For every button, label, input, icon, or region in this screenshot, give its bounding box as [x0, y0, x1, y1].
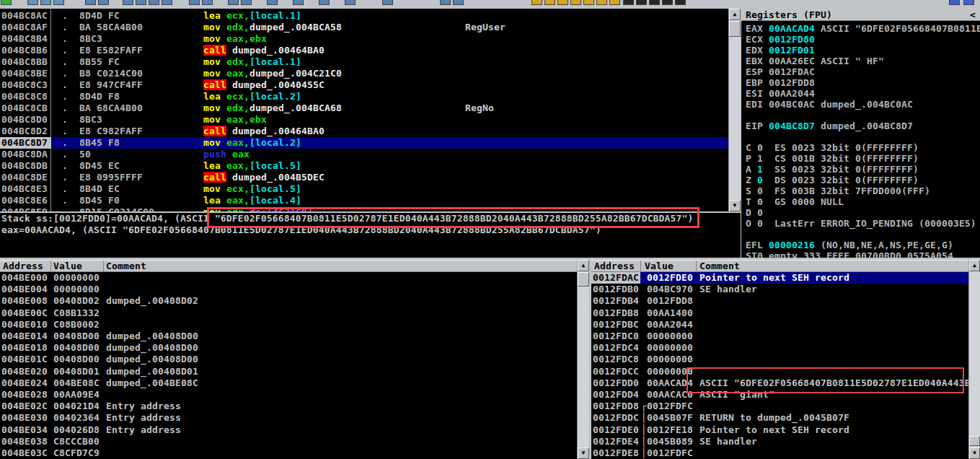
stack-row[interactable]: 0012FDAC0012FDE0Pointer to next SEH reco… — [591, 272, 968, 284]
stack-row[interactable]: 0012FDC800000000 — [591, 354, 968, 365]
toolbar-icon[interactable] — [609, 0, 620, 5]
toolbar-icon[interactable] — [149, 0, 159, 5]
info-line[interactable]: Stack ss:[0012FDD0]=00AACAD4, (ASCII "6D… — [0, 213, 741, 224]
register-line[interactable]: ESP 0012FDAC — [746, 66, 980, 77]
disasm-row[interactable]: 004BC8C8. 8D4D F8lea ecx,[local.2] — [0, 91, 728, 102]
register-line[interactable] — [746, 131, 980, 142]
dump-row[interactable]: 004BE03CC8CFD7C9 — [0, 447, 577, 459]
dump-row[interactable]: 004BE02800AA09E4 — [0, 389, 577, 401]
stack-row[interactable]: 0012FDD000AACAD4ASCII "6DFE02F05668407B0… — [591, 377, 968, 389]
register-line[interactable] — [746, 229, 980, 240]
toolbar-icon[interactable] — [544, 0, 555, 5]
disasm-row[interactable]: 004BC8D7. 8B45 F8mov eax,[local.2] — [0, 137, 728, 149]
disasm-row[interactable]: 004BC8AF. BA 58CA4B00mov edx,dumped_.004… — [0, 22, 728, 33]
toolbar-icon[interactable] — [531, 0, 542, 5]
stack-row[interactable]: 0012FDC000000000 — [591, 331, 968, 342]
toolbar-icon[interactable] — [293, 0, 304, 5]
register-line[interactable]: ST0 empty 333 FFFF 00700BD0 0575A054 — [746, 250, 980, 258]
dump-row[interactable]: 004BE00000000000 — [0, 272, 577, 284]
dump-row[interactable]: 004BE034004026D8Entry address — [0, 424, 577, 436]
toolbar-icon[interactable] — [189, 0, 200, 5]
disasm-row[interactable]: 004BC8DE. E8 0995FFFFcall dumped_.004B5D… — [0, 172, 728, 183]
register-line[interactable]: Z 0 DS 0023 32bit 0(FFFFFFFF) — [746, 175, 980, 185]
collapse-button[interactable]: < — [970, 9, 976, 21]
toolbar-icon[interactable] — [53, 0, 64, 5]
dump-row[interactable]: 004BE01800408D00dumped_.00408D00 — [0, 342, 577, 354]
disasm-row[interactable]: 004BC8BE. B8 C0214C00mov eax,dumped_.004… — [0, 68, 728, 79]
stack-row[interactable]: 0012FDB0004BC970SE handler — [591, 284, 968, 295]
register-line[interactable]: EAX 00AACAD4 ASCII "6DFE02F05668407B0811… — [746, 23, 980, 34]
stack-row[interactable]: 0012FDD8┌0012FDFC — [591, 401, 968, 412]
stack-scrollbar[interactable]: ▲ ▼ — [968, 260, 980, 459]
disasm-row[interactable]: 004BC8C3. E8 947CF4FFcall dumped_.004045… — [0, 79, 728, 91]
toolbar-icon[interactable] — [40, 0, 51, 5]
scroll-up-button[interactable]: ▲ — [969, 260, 980, 271]
disasm-row[interactable]: 004BC8B6. E8 E582FAFFcall dumped_.00464B… — [0, 45, 728, 56]
dump-row[interactable]: 004BE00800408D02dumped_.00408D02 — [0, 295, 577, 307]
toolbar-icon[interactable] — [662, 0, 673, 5]
dump-row[interactable]: 004BE01400408D00dumped_.00408D00 — [0, 331, 577, 342]
scroll-down-button[interactable]: ▼ — [969, 447, 980, 459]
scroll-thumb[interactable] — [729, 21, 741, 37]
register-line[interactable]: EIP 004BC8D7 dumped_.004BC8D7 — [746, 121, 980, 131]
toolbar-icon[interactable] — [202, 0, 213, 5]
disasm-row[interactable]: 004BC8AC. 8D4D FClea ecx,[local.1] — [0, 10, 728, 22]
toolbar-icon[interactable] — [557, 0, 568, 5]
column-separator[interactable] — [103, 261, 104, 271]
stack-row[interactable]: 0012FDD400AACAC0ASCII "giant" — [591, 389, 968, 401]
register-line[interactable]: P 1 CS 001B 32bit 0(FFFFFFFF) — [746, 153, 980, 164]
disasm-scrollbar[interactable]: ▲ ▼ — [728, 9, 741, 211]
stack-row[interactable]: 0012FDB40012FDD8 — [591, 295, 968, 307]
stack-row[interactable]: 0012FDCC00000000 — [591, 366, 968, 377]
register-line[interactable]: O 0 LastErr ERROR_IO_PENDING (000003E5) — [746, 218, 980, 229]
scroll-up-button[interactable]: ▲ — [578, 260, 589, 271]
dump-row[interactable]: 004BE02C004021D4Entry address — [0, 401, 577, 412]
toolbar-icon[interactable] — [27, 0, 38, 5]
toolbar-icon[interactable] — [1, 0, 12, 5]
column-separator[interactable] — [640, 261, 641, 271]
disasm-row[interactable]: 004BC8D0. 8BC3mov eax,ebx — [0, 114, 728, 126]
toolbar-icon[interactable] — [675, 0, 686, 5]
dump-row[interactable]: 004BE010C08B0002 — [0, 319, 577, 331]
toolbar-icon[interactable] — [228, 0, 239, 5]
disasm-row[interactable]: 004BC8E6. 8D45 F0lea eax,[local.4] — [0, 195, 728, 206]
scroll-up-button[interactable]: ▲ — [729, 9, 741, 20]
register-line[interactable]: D 0 — [746, 207, 980, 218]
scroll-down-button[interactable]: ▼ — [729, 200, 741, 211]
toolbar-icon[interactable] — [596, 0, 607, 5]
disasm-row[interactable]: 004BC8E9. 8B15 C0214C00mov edx,ds:[4C21C… — [0, 206, 728, 211]
stack-row[interactable]: 0012FDE0│0012FE18Pointer to next SEH rec… — [591, 424, 968, 436]
toolbar-icon[interactable] — [649, 0, 660, 5]
disasm-row[interactable]: 004BC8BB. 8B55 FCmov edx,[local.1] — [0, 56, 728, 68]
disasm-row[interactable]: 004BC8D2. E8 C982FAFFcall dumped_.00464B… — [0, 126, 728, 137]
toolbar-icon[interactable] — [241, 0, 252, 5]
stack-row[interactable]: 0012FDBC00AA2044 — [591, 319, 968, 331]
disasm-row[interactable]: 004BC8CB. BA 68CA4B00mov edx,dumped_.004… — [0, 102, 728, 114]
column-separator[interactable] — [696, 261, 697, 271]
info-line[interactable]: eax=00AACAD4, (ASCII "6DFE02F05668407B08… — [0, 224, 741, 236]
dump-scrollbar[interactable]: ▲ ▼ — [577, 260, 589, 459]
register-line[interactable]: A 1 SS 0023 32bit 0(FFFFFFFF) — [746, 164, 980, 175]
toolbar-icon[interactable] — [636, 0, 647, 5]
register-line[interactable]: S 0 FS 003B 32bit 7FFDD000(FFF) — [746, 185, 980, 196]
toolbar-icon[interactable] — [963, 0, 974, 5]
register-line[interactable]: EDX 0012FD01 — [746, 45, 980, 56]
stack-row[interactable]: 0012FDE4│0045B089SE handler — [591, 436, 968, 447]
disasm-row[interactable]: 004BC8DA. 50push eax — [0, 149, 728, 160]
toolbar-icon[interactable] — [453, 0, 464, 5]
column-separator[interactable] — [50, 261, 51, 271]
disasm-row[interactable]: 004BC8B4. 8BC3mov eax,ebx — [0, 33, 728, 45]
scroll-down-button[interactable]: ▼ — [578, 447, 589, 459]
disasm-row[interactable]: 004BC8DB. 8D45 EClea eax,[local.5] — [0, 160, 728, 172]
toolbar-icon[interactable] — [345, 0, 356, 5]
register-line[interactable]: ESI 00AA2044 — [746, 88, 980, 99]
dump-row[interactable]: 004BE02000408D01dumped_.00408D01 — [0, 366, 577, 377]
dump-row[interactable]: 004BE01C00408D00dumped_.00408D00 — [0, 354, 577, 365]
toolbar-icon[interactable] — [123, 0, 133, 5]
toolbar-icon[interactable] — [570, 0, 581, 5]
dump-row[interactable]: 004BE024004BE08Cdumped_.004BE08C — [0, 377, 577, 389]
register-line[interactable]: T 0 GS 0000 NULL — [746, 196, 980, 207]
dump-row[interactable]: 004BE038C8CCCB00 — [0, 436, 577, 447]
register-line[interactable]: EBX 00AA26EC ASCII " HF" — [746, 56, 980, 66]
stack-row[interactable]: 0012FDE8│0012FDFC — [591, 447, 968, 459]
